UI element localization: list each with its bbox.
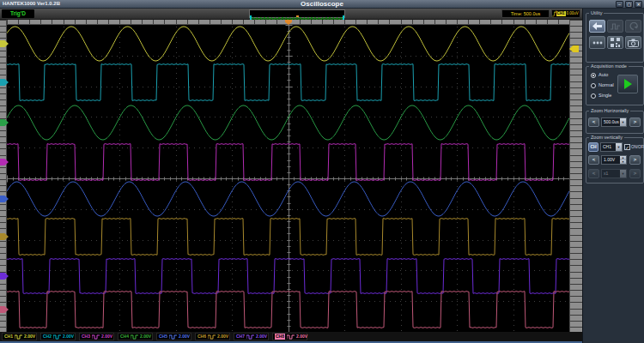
radio-normal[interactable]: Normal bbox=[591, 82, 614, 88]
minimize-button[interactable]: – bbox=[616, 1, 623, 8]
timebase-prev-button[interactable]: < bbox=[588, 117, 599, 127]
trigger-readout: ƒ CH1 0.00uV bbox=[551, 9, 580, 18]
spinner[interactable]: ▲▼ bbox=[620, 156, 626, 164]
horizontal-position-preview[interactable] bbox=[249, 9, 345, 18]
square-wave-icon bbox=[287, 334, 295, 340]
square-wave-icon bbox=[53, 334, 61, 340]
more-icon bbox=[592, 41, 603, 45]
radio-label: Auto bbox=[598, 72, 608, 78]
zoom-horizontal-group: Zoom Horizontally < 500.0us ▼ > bbox=[586, 111, 644, 134]
qr-code-button[interactable] bbox=[607, 36, 623, 49]
back-arrow-icon bbox=[592, 22, 602, 30]
status-bar: CH12.00VCH22.00VCH32.00VCH42.00VCH52.00V… bbox=[0, 332, 582, 343]
mult-next-button: > bbox=[629, 169, 641, 178]
radio-icon bbox=[591, 93, 596, 99]
utility-group: Utility bbox=[586, 13, 644, 63]
channel-name: CH6 bbox=[197, 334, 206, 340]
radio-icon bbox=[591, 83, 596, 88]
left-vertical-ruler bbox=[0, 20, 7, 332]
more-button[interactable] bbox=[589, 36, 605, 49]
channel-name: CH3 bbox=[82, 334, 90, 340]
trigger-status-badge: Trig'D bbox=[2, 9, 34, 18]
oscilloscope-app: HANTEK1000 Ver1.0.2B Oscilloscope – ▢ ✕ … bbox=[0, 0, 644, 343]
radio-label: Single bbox=[598, 93, 611, 99]
channel-value: 2.00V bbox=[63, 334, 74, 340]
channel-value: 2.00V bbox=[179, 334, 190, 340]
radio-icon bbox=[591, 73, 596, 78]
zoom-vertical-group: Zoom vertically CH CH1 ▼ ✓ ON/OFF < 1.00… bbox=[586, 137, 644, 184]
channel-status-ch7[interactable]: CH72.00V bbox=[234, 333, 269, 340]
trigger-icon: ƒ bbox=[553, 10, 556, 17]
square-wave-icon bbox=[169, 334, 177, 340]
channel-status-ch6[interactable]: CH62.00V bbox=[195, 333, 230, 340]
channel-onoff-checkbox[interactable]: ✓ bbox=[624, 144, 630, 150]
window-title: Oscilloscope bbox=[0, 0, 644, 9]
zoom-vertical-title: Zoom vertically bbox=[589, 135, 624, 141]
right-vertical-ruler bbox=[569, 20, 582, 332]
channel-select-button[interactable]: CH bbox=[588, 142, 598, 152]
waveform-icon bbox=[611, 23, 620, 30]
channel-value: 2.00V bbox=[24, 334, 35, 340]
volts-prev-button[interactable]: < bbox=[588, 155, 599, 165]
channel-status-ch8[interactable]: CH82.00V bbox=[272, 333, 307, 340]
volts-per-div-select[interactable]: 1.00V ▲▼ bbox=[601, 155, 627, 165]
radio-auto[interactable]: Auto bbox=[591, 72, 608, 78]
radio-single[interactable]: Single bbox=[591, 93, 611, 99]
square-wave-icon bbox=[92, 334, 100, 340]
sidebar: Utility Acquisition mode AutoNormalSingl… bbox=[582, 9, 644, 343]
channel-name: CH4 bbox=[120, 334, 129, 340]
play-icon bbox=[623, 79, 632, 89]
channel-name: CH1 bbox=[4, 334, 13, 340]
channel-status-ch2[interactable]: CH22.00V bbox=[40, 333, 76, 340]
qr-code-icon bbox=[611, 38, 620, 47]
channel-value: 2.00V bbox=[101, 334, 112, 340]
undo-icon bbox=[629, 22, 638, 30]
acquisition-group: Acquisition mode AutoNormalSingle bbox=[586, 66, 644, 105]
mult-prev-button: < bbox=[588, 169, 599, 178]
utility-group-title: Utility bbox=[589, 10, 604, 16]
chevron-down-icon[interactable]: ▼ bbox=[620, 118, 626, 126]
trigger-level-readout: 0.00uV bbox=[567, 10, 579, 17]
acquisition-group-title: Acquisition mode bbox=[589, 63, 629, 69]
scope-canvas[interactable] bbox=[7, 25, 569, 332]
channel-value: 2.00V bbox=[296, 334, 307, 340]
square-wave-icon bbox=[208, 334, 216, 340]
channel-status-ch5[interactable]: CH52.00V bbox=[156, 333, 191, 340]
run-stop-button[interactable] bbox=[617, 75, 638, 93]
channel-name: CH7 bbox=[236, 334, 245, 340]
onoff-label: ON/OFF bbox=[631, 144, 644, 150]
channel-status-ch4[interactable]: CH42.00V bbox=[118, 333, 153, 340]
volts-value: 1.00V bbox=[602, 156, 620, 164]
undo-button bbox=[625, 20, 641, 33]
square-wave-icon bbox=[15, 334, 22, 340]
waveform-button bbox=[607, 20, 623, 33]
scope-area bbox=[0, 20, 582, 332]
channel-value: 2.00V bbox=[256, 334, 267, 340]
camera-icon bbox=[628, 39, 639, 47]
square-wave-icon bbox=[131, 334, 138, 340]
camera-button[interactable] bbox=[625, 36, 641, 49]
chevron-down-icon[interactable]: ▼ bbox=[616, 143, 622, 151]
timebase-next-button[interactable]: > bbox=[629, 117, 641, 127]
channel-value: 2.00V bbox=[140, 334, 151, 340]
channel-status-ch1[interactable]: CH12.00V bbox=[2, 333, 37, 340]
window-controls: – ▢ ✕ bbox=[616, 1, 642, 8]
toolbar: Trig'D Time: 500.0us ƒ CH1 0.00uV bbox=[0, 9, 582, 20]
channel-select[interactable]: CH1 ▼ bbox=[600, 142, 623, 152]
maximize-button[interactable]: ▢ bbox=[625, 1, 633, 8]
timebase-select[interactable]: 500.0us ▼ bbox=[601, 117, 627, 127]
channel-name: CH8 bbox=[275, 334, 285, 340]
channel-value: 2.00V bbox=[217, 334, 228, 340]
channel-value: CH1 bbox=[601, 143, 616, 151]
spin-down-icon[interactable]: ▼ bbox=[620, 160, 626, 165]
zoom-horizontal-title: Zoom Horizontally bbox=[589, 108, 630, 114]
volts-next-button[interactable]: > bbox=[629, 155, 641, 165]
channel-status-ch3[interactable]: CH32.00V bbox=[79, 333, 114, 340]
chevron-down-icon: ▼ bbox=[620, 170, 626, 178]
radio-label: Normal bbox=[598, 82, 614, 88]
close-button[interactable]: ✕ bbox=[635, 1, 642, 8]
channel-name: CH5 bbox=[159, 334, 167, 340]
timebase-readout: Time: 500.0us bbox=[501, 9, 550, 18]
probe-mult-select: x1 ▼ bbox=[601, 169, 627, 178]
back-arrow-button[interactable] bbox=[589, 20, 605, 33]
